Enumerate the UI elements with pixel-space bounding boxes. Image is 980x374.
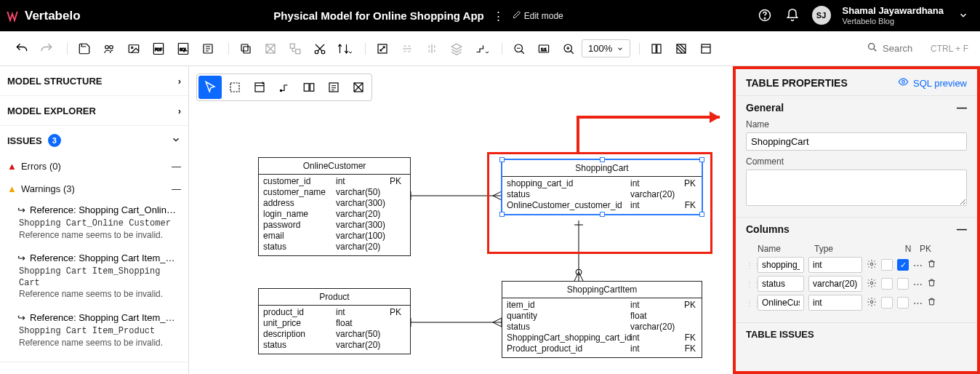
pk-checkbox[interactable]: ✓ <box>897 259 909 271</box>
pk-checkbox[interactable] <box>897 297 909 309</box>
edit-mode-button[interactable]: Edit mode <box>513 10 563 21</box>
zoom-reset-button[interactable]: 1:1 <box>532 37 555 60</box>
warning-item[interactable]: ↪Reference: Shopping Cart Item_Shopp...S… <box>0 248 188 308</box>
gear-icon[interactable] <box>867 297 877 309</box>
theme-button[interactable] <box>645 37 668 60</box>
zoom-select[interactable]: 100% <box>582 39 630 57</box>
grid-button[interactable] <box>670 37 693 60</box>
align-v-button[interactable] <box>420 37 443 60</box>
table-product[interactable]: Product product_idintPKunit_pricefloatde… <box>258 288 411 354</box>
warning-item[interactable]: ↪Reference: Shopping Cart Item_ProductSh… <box>0 308 188 356</box>
save-button[interactable] <box>73 37 96 60</box>
zoom-out-button[interactable] <box>507 37 531 60</box>
nullable-checkbox[interactable] <box>881 259 893 271</box>
add-reference-tool[interactable] <box>273 76 296 99</box>
table-comment-input[interactable] <box>746 170 967 206</box>
main-toolbar: PDF SQL 1:1 100% <box>0 31 980 66</box>
warnings-header[interactable]: ▲Warnings (3) — <box>0 178 188 200</box>
export-pdf-button[interactable]: PDF <box>147 37 170 60</box>
user-menu[interactable]: Shamal Jayawardhana Vertabelo Blog <box>843 6 944 25</box>
table-shopping-cart[interactable]: ShoppingCart shopping_cart_idintPKstatus… <box>502 159 702 215</box>
model-explorer-header[interactable]: MODEL EXPLORER› <box>0 96 188 125</box>
column-name-input[interactable] <box>758 295 804 311</box>
gear-icon[interactable] <box>867 278 877 290</box>
add-table-tool[interactable] <box>248 76 271 99</box>
zoom-in-button[interactable] <box>557 37 580 60</box>
kebab-icon[interactable]: ⋮ <box>493 9 504 23</box>
resize-button[interactable] <box>371 37 394 60</box>
error-icon: ▲ <box>7 161 17 172</box>
more-icon[interactable]: ⋯ <box>913 260 923 271</box>
column-type-input[interactable] <box>808 295 862 311</box>
columns-section[interactable]: Columns— <box>746 223 967 235</box>
table-column: shopping_cart_idintPK <box>507 178 697 189</box>
column-type-input[interactable] <box>808 257 862 273</box>
properties-panel: TABLE PROPERTIES SQL preview General— Na… <box>733 66 980 374</box>
sort-button[interactable] <box>333 37 356 60</box>
issues-header[interactable]: ISSUES3 <box>0 126 188 155</box>
column-type-input[interactable] <box>808 276 862 292</box>
column-name-input[interactable] <box>758 257 804 273</box>
search-input[interactable] <box>883 43 926 54</box>
table-column: statusvarchar(20) <box>263 242 406 252</box>
search-box[interactable]: CTRL + F <box>867 41 976 55</box>
select-tool[interactable] <box>198 76 222 99</box>
share-button[interactable] <box>97 37 121 60</box>
sql-preview-button[interactable]: SQL preview <box>898 76 967 89</box>
marquee-tool[interactable] <box>223 76 246 99</box>
duplicate-button[interactable] <box>284 37 307 60</box>
validate-button[interactable] <box>196 37 220 60</box>
add-view-tool[interactable] <box>297 76 321 99</box>
reference-style-button[interactable] <box>470 37 493 60</box>
errors-header[interactable]: ▲Errors (0) — <box>0 155 188 178</box>
nullable-checkbox[interactable] <box>881 278 893 290</box>
avatar[interactable]: SJ <box>812 6 831 25</box>
display-button[interactable] <box>694 37 718 60</box>
model-structure-header[interactable]: MODEL STRUCTURE› <box>0 66 188 95</box>
table-column: emailvarchar(100) <box>263 231 406 242</box>
layers-icon[interactable] <box>445 37 468 60</box>
svg-point-30 <box>280 89 281 91</box>
drag-handle-icon[interactable]: ⋮⋮ <box>746 261 753 269</box>
table-column: ShoppingCart_shopping_cart_idintFK <box>507 333 697 343</box>
help-icon[interactable] <box>757 7 773 23</box>
erd-canvas[interactable]: OnlineCustomer customer_idintPKcustomer_… <box>189 66 733 374</box>
drag-handle-icon[interactable]: ⋮⋮ <box>746 280 753 288</box>
undo-button[interactable] <box>10 37 33 60</box>
table-column: statusvarchar(20) <box>263 340 406 351</box>
table-online-customer[interactable]: OnlineCustomer customer_idintPKcustomer_… <box>258 157 411 256</box>
bell-icon[interactable] <box>784 7 800 23</box>
add-note-tool[interactable] <box>322 76 345 99</box>
top-bar: Vertabelo Physical Model for Online Shop… <box>0 0 980 31</box>
more-icon[interactable]: ⋯ <box>913 298 923 309</box>
pk-checkbox[interactable] <box>897 278 909 290</box>
table-issues-section[interactable]: TABLE ISSUES <box>736 322 977 346</box>
general-section[interactable]: General— <box>746 102 967 114</box>
more-icon[interactable]: ⋯ <box>913 279 923 290</box>
add-area-tool[interactable] <box>347 76 370 99</box>
copy-button[interactable] <box>234 37 257 60</box>
table-column: passwordvarchar(300) <box>263 220 406 231</box>
trash-icon[interactable] <box>927 259 936 271</box>
gear-icon[interactable] <box>867 259 877 271</box>
nullable-checkbox[interactable] <box>881 297 893 309</box>
table-shopping-cart-item[interactable]: ShoppingCartItem item_idintPKquantityflo… <box>502 281 702 358</box>
chevron-down-icon[interactable] <box>955 7 971 23</box>
align-h-button[interactable] <box>395 37 419 60</box>
paste-button[interactable] <box>259 37 282 60</box>
reference-icon: ↪ <box>17 312 25 323</box>
warning-item[interactable]: ↪Reference: Shopping Cart_Online Cus...S… <box>0 200 188 248</box>
svg-rect-12 <box>241 44 248 51</box>
table-name-input[interactable] <box>746 132 967 151</box>
export-image-button[interactable] <box>122 37 145 60</box>
column-name-input[interactable] <box>758 276 804 292</box>
logo[interactable]: Vertabelo <box>0 9 81 23</box>
cut-button[interactable] <box>308 37 332 60</box>
trash-icon[interactable] <box>927 278 936 290</box>
svg-line-42 <box>493 318 502 322</box>
svg-text:PDF: PDF <box>155 47 162 52</box>
redo-button[interactable] <box>35 37 58 60</box>
export-sql-button[interactable]: SQL <box>172 37 195 60</box>
drag-handle-icon[interactable]: ⋮⋮ <box>746 299 753 307</box>
trash-icon[interactable] <box>927 297 936 309</box>
